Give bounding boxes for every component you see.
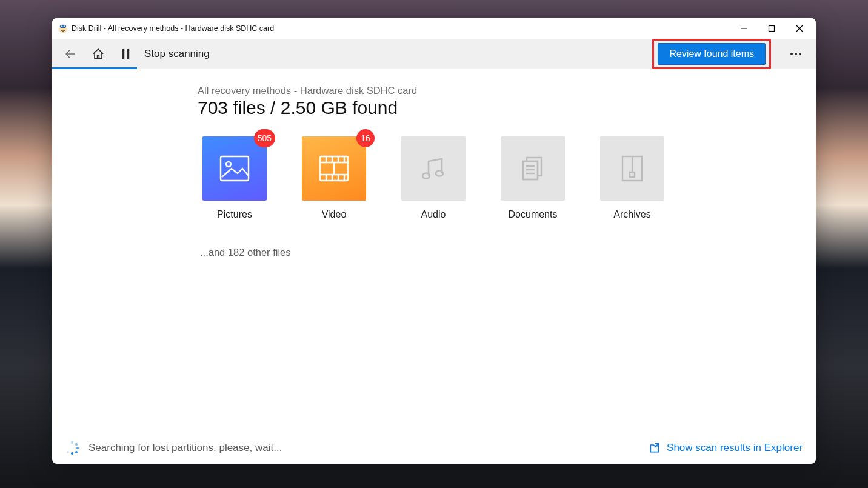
svg-rect-38 <box>630 172 635 177</box>
status-bar: Searching for lost partitions, please, w… <box>52 431 816 464</box>
window-title: Disk Drill - All recovery methods - Hard… <box>72 24 274 33</box>
status-text: Searching for lost partitions, please, w… <box>88 442 282 454</box>
audio-label: Audio <box>401 209 466 220</box>
pictures-label: Pictures <box>202 209 267 220</box>
svg-point-15 <box>226 162 231 167</box>
home-button[interactable] <box>88 44 108 64</box>
svg-point-2 <box>61 25 63 27</box>
archives-label: Archives <box>600 209 664 220</box>
picture-icon <box>219 155 250 182</box>
svg-rect-10 <box>127 49 129 59</box>
titlebar: Disk Drill - All recovery methods - Hard… <box>52 18 816 39</box>
archives-tile <box>600 136 664 201</box>
pictures-tile: 505 <box>202 136 267 201</box>
app-icon <box>58 24 68 33</box>
app-window: Disk Drill - All recovery methods - Hard… <box>52 18 816 464</box>
more-options-button[interactable] <box>784 43 807 65</box>
stop-scanning-label[interactable]: Stop scanning <box>144 48 210 60</box>
show-in-explorer-label: Show scan results in Explorer <box>667 442 803 454</box>
svg-point-12 <box>795 53 797 55</box>
review-button-highlight: Review found items <box>652 39 771 69</box>
video-icon <box>319 155 349 182</box>
breadcrumb: All recovery methods - Hardware disk SDH… <box>198 85 816 96</box>
audio-tile <box>401 136 466 201</box>
close-button[interactable] <box>786 19 813 38</box>
video-badge: 16 <box>356 129 375 147</box>
documents-label: Documents <box>501 209 565 220</box>
minimize-button[interactable] <box>730 19 758 38</box>
main-content: All recovery methods - Hardware disk SDH… <box>52 69 816 431</box>
archives-icon <box>620 154 644 183</box>
maximize-button[interactable] <box>758 19 786 38</box>
toolbar: Stop scanning Review found items <box>52 39 816 69</box>
svg-point-11 <box>790 53 793 55</box>
svg-point-13 <box>799 53 801 55</box>
documents-icon <box>518 154 547 183</box>
category-documents[interactable]: Documents <box>501 136 565 220</box>
open-external-icon <box>649 442 661 454</box>
window-controls <box>730 19 813 38</box>
review-found-items-button[interactable]: Review found items <box>658 43 766 65</box>
video-label: Video <box>302 209 366 220</box>
svg-rect-9 <box>122 49 124 59</box>
pause-button[interactable] <box>116 44 136 64</box>
category-row: 505 Pictures 16 Video <box>202 136 816 220</box>
category-archives[interactable]: Archives <box>600 136 664 220</box>
scan-summary-headline: 703 files / 2.50 GB found <box>198 98 816 118</box>
category-pictures[interactable]: 505 Pictures <box>202 136 267 220</box>
audio-icon <box>419 154 448 183</box>
documents-tile <box>501 136 565 201</box>
show-in-explorer-link[interactable]: Show scan results in Explorer <box>649 442 803 454</box>
back-button[interactable] <box>61 44 80 64</box>
category-video[interactable]: 16 Video <box>302 136 366 220</box>
svg-rect-5 <box>769 26 775 32</box>
svg-rect-1 <box>60 25 66 28</box>
video-tile: 16 <box>302 136 366 201</box>
category-audio[interactable]: Audio <box>401 136 466 220</box>
other-files-text: ...and 182 other files <box>200 247 816 258</box>
loading-spinner-icon <box>65 441 79 455</box>
pictures-badge: 505 <box>254 129 275 147</box>
svg-rect-14 <box>221 156 249 181</box>
svg-point-3 <box>64 25 65 27</box>
